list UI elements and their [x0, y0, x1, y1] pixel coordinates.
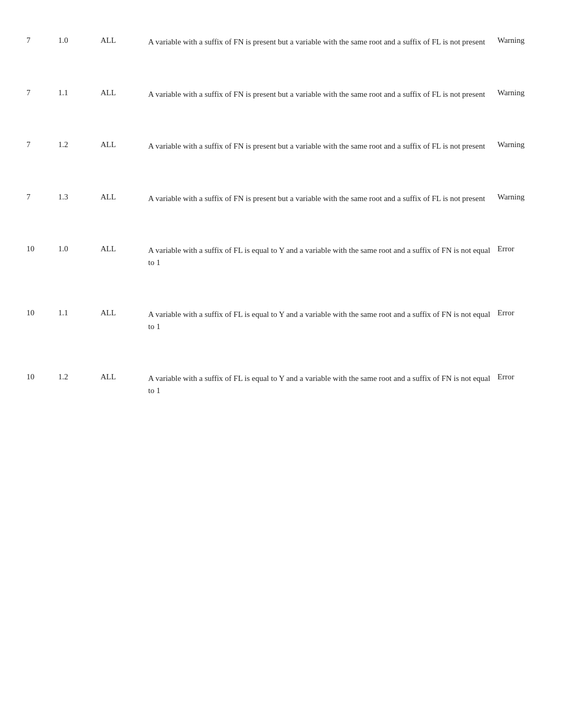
scope: ALL	[101, 88, 148, 97]
severity-badge: Warning	[493, 36, 536, 45]
severity-badge: Warning	[493, 193, 536, 202]
table-row: 10 1.1 ALL A variable with a suffix of F…	[26, 294, 536, 347]
severity-badge: Error	[493, 308, 536, 317]
table-row: 7 1.1 ALL A variable with a suffix of FN…	[26, 74, 536, 115]
scope: ALL	[101, 308, 148, 317]
version: 1.0	[58, 36, 101, 45]
description: A variable with a suffix of FN is presen…	[148, 88, 493, 101]
row-spacer	[26, 347, 536, 358]
description: A variable with a suffix of FL is equal …	[148, 308, 493, 332]
description: A variable with a suffix of FN is presen…	[148, 36, 493, 48]
row-spacer	[26, 219, 536, 230]
severity-badge: Error	[493, 244, 536, 253]
version: 1.1	[58, 88, 101, 97]
scope: ALL	[101, 140, 148, 149]
version: 1.1	[58, 308, 101, 317]
version: 1.0	[58, 244, 101, 253]
severity-badge: Warning	[493, 140, 536, 149]
description: A variable with a suffix of FN is presen…	[148, 193, 493, 205]
rule-num: 7	[26, 88, 58, 97]
rule-num: 10	[26, 308, 58, 317]
row-spacer	[26, 283, 536, 294]
version: 1.2	[58, 372, 101, 381]
description: A variable with a suffix of FN is presen…	[148, 140, 493, 152]
table-row: 7 1.3 ALL A variable with a suffix of FN…	[26, 178, 536, 220]
scope: ALL	[101, 372, 148, 381]
rule-num: 7	[26, 36, 58, 45]
rule-num: 10	[26, 244, 58, 253]
rule-num: 7	[26, 193, 58, 202]
scope: ALL	[101, 244, 148, 253]
table-row: 7 1.2 ALL A variable with a suffix of FN…	[26, 125, 536, 167]
rule-num: 7	[26, 140, 58, 149]
table-row: 10 1.0 ALL A variable with a suffix of F…	[26, 230, 536, 283]
row-spacer	[26, 115, 536, 125]
version: 1.2	[58, 140, 101, 149]
description: A variable with a suffix of FL is equal …	[148, 372, 493, 396]
row-spacer	[26, 63, 536, 74]
severity-badge: Warning	[493, 88, 536, 97]
table-row: 10 1.2 ALL A variable with a suffix of F…	[26, 358, 536, 411]
table-row: 7 1.0 ALL A variable with a suffix of FN…	[26, 21, 536, 63]
row-spacer	[26, 167, 536, 178]
severity-badge: Error	[493, 372, 536, 381]
rule-num: 10	[26, 372, 58, 381]
main-table: 7 1.0 ALL A variable with a suffix of FN…	[0, 0, 562, 432]
scope: ALL	[101, 193, 148, 202]
description: A variable with a suffix of FL is equal …	[148, 244, 493, 268]
version: 1.3	[58, 193, 101, 202]
scope: ALL	[101, 36, 148, 45]
